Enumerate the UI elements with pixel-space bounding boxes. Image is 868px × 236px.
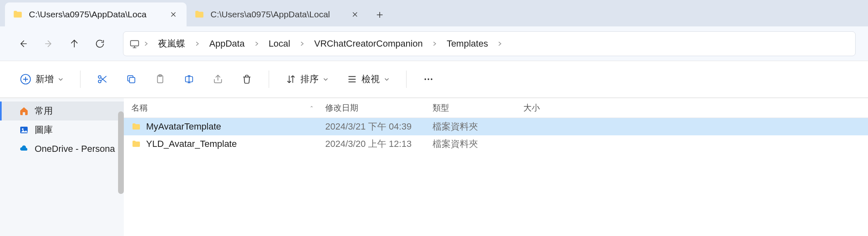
view-icon xyxy=(347,74,357,85)
file-type: 檔案資料夾 xyxy=(429,120,520,133)
arrow-left-icon xyxy=(18,38,28,49)
column-type-label: 類型 xyxy=(433,103,449,112)
column-name-label: 名稱 xyxy=(131,102,148,113)
copy-button[interactable] xyxy=(118,68,144,90)
tab-inactive[interactable]: C:\Users\a0975\AppData\Local xyxy=(187,2,368,26)
chevron-down-icon xyxy=(323,76,329,82)
column-type[interactable]: 類型 xyxy=(429,102,520,113)
column-headers: 名稱 ⌃ 修改日期 類型 大小 xyxy=(124,98,868,118)
breadcrumb-item[interactable]: Templates xyxy=(441,36,494,52)
share-icon xyxy=(213,74,223,85)
rename-icon xyxy=(184,74,194,85)
copy-icon xyxy=(126,74,137,85)
sidebar-item-label: OneDrive - Persona xyxy=(35,144,115,154)
paste-button[interactable] xyxy=(147,68,173,90)
tab-title: C:\Users\a0975\AppData\Local xyxy=(210,9,343,19)
gallery-icon xyxy=(19,125,29,135)
svg-point-12 xyxy=(22,128,24,130)
sidebar-item-onedrive[interactable]: OneDrive - Persona xyxy=(0,139,124,158)
nav-bar: 夜嵐蝶 AppData Local VRChatCreatorCompanion… xyxy=(0,26,868,61)
plus-circle-icon xyxy=(20,73,31,85)
chevron-right-icon[interactable] xyxy=(143,41,149,47)
folder-icon xyxy=(131,122,141,132)
refresh-button[interactable] xyxy=(89,33,111,54)
trash-icon xyxy=(241,74,252,85)
file-list: 名稱 ⌃ 修改日期 類型 大小 MyAvatarTemplate 2024/3/… xyxy=(124,98,868,236)
column-size[interactable]: 大小 xyxy=(520,102,578,113)
close-tab-button[interactable] xyxy=(349,9,361,20)
file-row[interactable]: MyAvatarTemplate 2024/3/21 下午 04:39 檔案資料… xyxy=(124,118,868,135)
tab-bar: C:\Users\a0975\AppData\Loca C:\Users\a09… xyxy=(0,0,868,26)
close-icon xyxy=(352,11,358,18)
column-date[interactable]: 修改日期 xyxy=(322,102,429,113)
breadcrumb-item[interactable]: VRChatCreatorCompanion xyxy=(308,36,428,52)
share-button[interactable] xyxy=(205,68,231,90)
svg-point-9 xyxy=(428,78,429,80)
toolbar: 新增 排序 檢視 xyxy=(0,61,868,98)
file-date: 2024/3/21 下午 04:39 xyxy=(322,120,429,133)
up-button[interactable] xyxy=(64,33,85,54)
new-label: 新增 xyxy=(35,73,54,85)
file-row[interactable]: YLD_Avatar_Template 2024/3/20 上午 12:13 檔… xyxy=(124,135,868,153)
file-type: 檔案資料夾 xyxy=(429,138,520,150)
clipboard-icon xyxy=(155,74,166,85)
sort-icon xyxy=(286,74,296,85)
new-tab-button[interactable] xyxy=(368,3,391,26)
sidebar-item-label: 圖庫 xyxy=(35,124,53,136)
tab-title: C:\Users\a0975\AppData\Loca xyxy=(29,9,162,19)
separator xyxy=(269,71,269,88)
ellipsis-icon xyxy=(423,74,434,85)
delete-button[interactable] xyxy=(234,68,260,90)
view-button[interactable]: 檢視 xyxy=(339,68,397,90)
tab-active[interactable]: C:\Users\a0975\AppData\Loca xyxy=(5,2,187,26)
breadcrumb-bar[interactable]: 夜嵐蝶 AppData Local VRChatCreatorCompanion… xyxy=(123,31,856,56)
sidebar-item-gallery[interactable]: 圖庫 xyxy=(0,120,124,139)
sort-asc-icon: ⌃ xyxy=(310,105,314,111)
onedrive-icon xyxy=(19,144,29,154)
svg-rect-4 xyxy=(130,78,135,83)
sidebar-item-label: 常用 xyxy=(35,105,53,117)
refresh-icon xyxy=(95,38,105,49)
close-tab-button[interactable] xyxy=(168,9,179,20)
pc-icon xyxy=(129,38,140,49)
folder-icon xyxy=(12,9,23,20)
content-area: 常用 圖庫 OneDrive - Persona 名稱 ⌃ 修改日期 類型 大小… xyxy=(0,98,868,236)
rename-button[interactable] xyxy=(176,68,202,90)
arrow-up-icon xyxy=(69,38,80,49)
breadcrumb-item[interactable]: 夜嵐蝶 xyxy=(152,35,191,52)
chevron-right-icon[interactable] xyxy=(299,41,305,47)
sort-button[interactable]: 排序 xyxy=(278,68,336,90)
chevron-right-icon[interactable] xyxy=(432,41,438,47)
column-date-label: 修改日期 xyxy=(325,103,358,112)
column-size-label: 大小 xyxy=(523,103,540,112)
chevron-right-icon[interactable] xyxy=(497,41,503,47)
separator xyxy=(80,71,80,88)
cut-button[interactable] xyxy=(90,68,115,90)
breadcrumb-item[interactable]: AppData xyxy=(203,36,251,52)
back-button[interactable] xyxy=(12,33,34,54)
svg-point-8 xyxy=(424,78,426,80)
scissors-icon xyxy=(97,74,108,85)
sidebar-scrollbar[interactable] xyxy=(118,111,124,194)
file-date: 2024/3/20 上午 12:13 xyxy=(322,138,429,150)
chevron-right-icon[interactable] xyxy=(254,41,260,47)
column-name[interactable]: 名稱 ⌃ xyxy=(124,102,322,113)
arrow-right-icon xyxy=(43,38,54,49)
file-name: MyAvatarTemplate xyxy=(146,121,221,132)
sidebar: 常用 圖庫 OneDrive - Persona xyxy=(0,98,124,236)
chevron-right-icon[interactable] xyxy=(194,41,200,47)
forward-button[interactable] xyxy=(38,33,59,54)
more-button[interactable] xyxy=(416,68,441,90)
folder-icon xyxy=(131,139,141,149)
view-label: 檢視 xyxy=(362,73,380,85)
sort-label: 排序 xyxy=(300,73,319,85)
svg-point-10 xyxy=(431,78,433,80)
chevron-down-icon xyxy=(58,76,64,82)
home-icon xyxy=(19,106,29,116)
separator xyxy=(406,71,407,88)
chevron-down-icon xyxy=(384,76,390,82)
new-button[interactable]: 新增 xyxy=(12,68,71,90)
folder-icon xyxy=(194,9,205,20)
breadcrumb-item[interactable]: Local xyxy=(263,36,296,52)
sidebar-item-home[interactable]: 常用 xyxy=(0,101,124,120)
